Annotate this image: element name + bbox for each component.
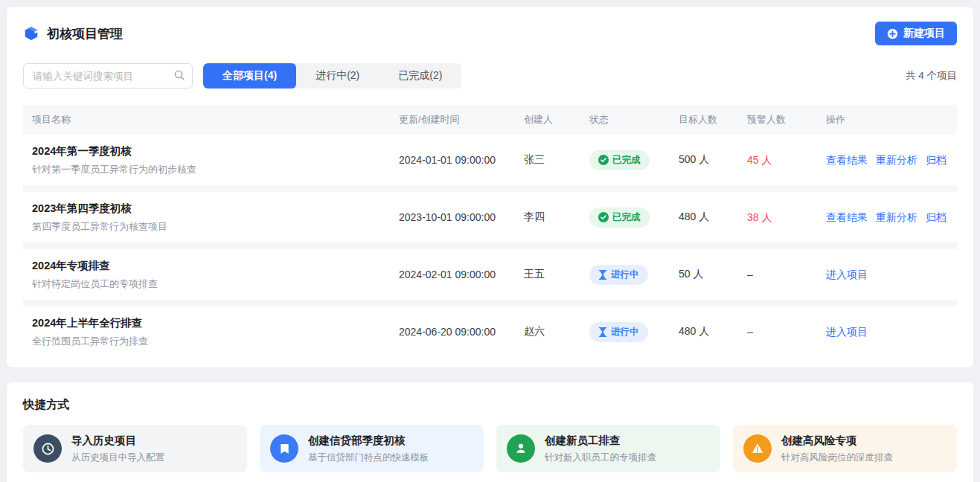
shortcut-new-employee-check[interactable]: 创建新员工排查 针对新入职员工的专项排查 bbox=[496, 425, 720, 472]
col-header-target: 目标人数 bbox=[679, 113, 747, 126]
shortcut-desc-text: 针对高风险岗位的深度排查 bbox=[781, 452, 893, 464]
total-project-count: 共 4 个项目 bbox=[906, 69, 957, 83]
project-description: 第四季度员工异常行为核查项目 bbox=[32, 220, 399, 234]
archive-link[interactable]: 归档 bbox=[926, 154, 947, 166]
new-project-button[interactable]: 新建项目 bbox=[875, 22, 957, 45]
project-time: 2024-01-01 09:00:00 bbox=[399, 154, 524, 166]
status-badge: 进行中 bbox=[589, 322, 648, 342]
shortcut-high-risk-special[interactable]: 创建高风险专项 针对高风险岗位的深度排查 bbox=[733, 425, 957, 472]
status-badge: 已完成 bbox=[589, 150, 650, 170]
shortcuts-panel: 快捷方式 导入历史项目 从历史项目中导入配置 创建信贷部季度初核 bbox=[6, 382, 974, 482]
view-results-link[interactable]: 查看结果 bbox=[826, 154, 868, 166]
status-badge: 进行中 bbox=[589, 265, 648, 285]
tab-completed[interactable]: 已完成(2) bbox=[379, 63, 461, 89]
bookmark-icon bbox=[270, 434, 298, 463]
status-badge: 已完成 bbox=[589, 208, 650, 228]
check-circle-icon bbox=[598, 212, 609, 222]
col-header-status: 状态 bbox=[589, 113, 679, 126]
page-header: 初核项目管理 新建项目 bbox=[23, 22, 957, 45]
project-description: 针对第一季度员工异常行为的初步核查 bbox=[32, 163, 399, 176]
enter-project-link[interactable]: 进入项目 bbox=[826, 269, 868, 280]
shortcut-title-text: 创建高风险专项 bbox=[781, 434, 893, 448]
enter-project-link[interactable]: 进入项目 bbox=[826, 326, 868, 338]
project-management-panel: 初核项目管理 新建项目 全部项目(4) 进行中(2) bbox=[6, 6, 974, 368]
col-header-warning: 预警人数 bbox=[747, 113, 826, 126]
shortcut-desc-text: 基于信贷部门特点的快速模板 bbox=[308, 452, 429, 464]
table-header-row: 项目名称 更新/创建时间 创建人 状态 目标人数 预警人数 操作 bbox=[23, 105, 957, 135]
project-creator: 赵六 bbox=[524, 325, 589, 338]
warning-count: 45 人 bbox=[747, 154, 772, 166]
shortcut-title-text: 导入历史项目 bbox=[71, 434, 164, 448]
table-row: 2024年第一季度初核 针对第一季度员工异常行为的初步核查 2024-01-01… bbox=[23, 135, 957, 185]
target-count: 480 人 bbox=[679, 211, 747, 224]
target-count: 480 人 bbox=[679, 325, 747, 338]
page-title: 初核项目管理 bbox=[47, 25, 123, 42]
project-filter-tabs: 全部项目(4) 进行中(2) 已完成(2) bbox=[203, 63, 461, 89]
project-name: 2024年专项排查 bbox=[32, 259, 399, 273]
project-time: 2023-10-01 09:00:00 bbox=[399, 211, 524, 223]
warning-icon bbox=[743, 434, 772, 463]
shortcut-import-history[interactable]: 导入历史项目 从历史项目中导入配置 bbox=[23, 425, 247, 472]
search-icon bbox=[173, 69, 185, 84]
tab-all-projects[interactable]: 全部项目(4) bbox=[203, 63, 296, 89]
shortcut-desc-text: 针对新入职员工的专项排查 bbox=[545, 452, 656, 464]
cube-icon bbox=[23, 25, 39, 42]
col-header-creator: 创建人 bbox=[524, 113, 589, 126]
table-row: 2024年专项排查 针对特定岗位员工的专项排查 2024-02-01 09:00… bbox=[23, 249, 957, 300]
table-row: 2023年第四季度初核 第四季度员工异常行为核查项目 2023-10-01 09… bbox=[23, 192, 957, 242]
project-time: 2024-06-20 09:00:00 bbox=[399, 326, 524, 338]
shortcut-title-text: 创建信贷部季度初核 bbox=[308, 434, 429, 448]
warning-count: 38 人 bbox=[747, 211, 772, 223]
archive-link[interactable]: 归档 bbox=[926, 211, 947, 223]
project-creator: 李四 bbox=[524, 211, 589, 224]
col-header-name: 项目名称 bbox=[23, 113, 399, 126]
project-name: 2024年第一季度初核 bbox=[32, 144, 399, 158]
reanalyze-link[interactable]: 重新分析 bbox=[876, 211, 917, 223]
hourglass-icon bbox=[598, 327, 607, 337]
project-creator: 王五 bbox=[524, 268, 589, 281]
shortcuts-title: 快捷方式 bbox=[23, 397, 957, 413]
shortcut-credit-dept-review[interactable]: 创建信贷部季度初核 基于信贷部门特点的快速模板 bbox=[260, 425, 484, 472]
project-creator: 张三 bbox=[524, 153, 589, 167]
hourglass-icon bbox=[598, 270, 607, 280]
project-table: 项目名称 更新/创建时间 创建人 状态 目标人数 预警人数 操作 2024年第一… bbox=[23, 105, 957, 357]
table-row: 2024年上半年全行排查 全行范围员工异常行为排查 2024-06-20 09:… bbox=[23, 306, 957, 357]
search-box bbox=[23, 63, 193, 89]
project-name: 2024年上半年全行排查 bbox=[32, 316, 399, 330]
target-count: 50 人 bbox=[679, 268, 747, 281]
col-header-actions: 操作 bbox=[826, 113, 957, 126]
project-description: 全行范围员工异常行为排查 bbox=[32, 335, 399, 348]
project-description: 针对特定岗位员工的专项排查 bbox=[32, 277, 399, 291]
tab-in-progress[interactable]: 进行中(2) bbox=[296, 63, 379, 89]
warning-count: – bbox=[747, 269, 753, 280]
search-input[interactable] bbox=[23, 63, 193, 89]
reanalyze-link[interactable]: 重新分析 bbox=[876, 154, 917, 166]
project-time: 2024-02-01 09:00:00 bbox=[399, 269, 524, 280]
plus-circle-icon bbox=[887, 28, 898, 39]
clock-icon bbox=[33, 434, 62, 463]
table-body: 2024年第一季度初核 针对第一季度员工异常行为的初步核查 2024-01-01… bbox=[23, 135, 957, 357]
project-name: 2023年第四季度初核 bbox=[32, 202, 399, 216]
target-count: 500 人 bbox=[679, 153, 747, 167]
toolbar: 全部项目(4) 进行中(2) 已完成(2) 共 4 个项目 bbox=[23, 63, 957, 89]
shortcut-title-text: 创建新员工排查 bbox=[545, 434, 656, 448]
col-header-time: 更新/创建时间 bbox=[399, 113, 524, 126]
check-circle-icon bbox=[598, 155, 609, 165]
shortcut-desc-text: 从历史项目中导入配置 bbox=[71, 452, 164, 464]
warning-count: – bbox=[747, 326, 753, 338]
view-results-link[interactable]: 查看结果 bbox=[826, 211, 868, 223]
person-icon bbox=[507, 434, 535, 463]
